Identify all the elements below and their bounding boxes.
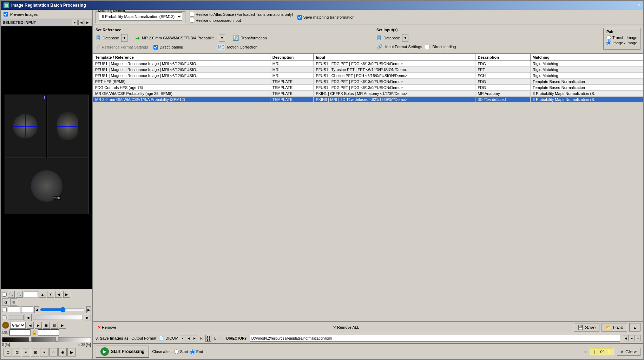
reslice-unprocessed-label[interactable]: Reslice unprocessed input [190, 18, 293, 22]
zoom-up-btn[interactable]: ▲ [39, 291, 46, 298]
direct-loading-label: Direct loading [159, 45, 183, 49]
zoom-out-btn[interactable]: 🔍 [16, 291, 23, 298]
max-input[interactable]: 1729.694 [38, 329, 59, 336]
table-row[interactable]: PFUS1 | Magnetic Resonance Image | MRI <… [93, 73, 643, 79]
save-matching-checkbox[interactable] [297, 15, 302, 20]
remove-all-button[interactable]: ✕ Remove ALL [331, 324, 361, 330]
dir-left-btn[interactable]: ◀ [623, 335, 629, 341]
gradient-thumb-left[interactable] [29, 337, 32, 342]
table-row[interactable]: MR GM/WM/CSF Probability (age 25, SPM8)T… [93, 91, 643, 97]
tool-7[interactable]: ⊕ [58, 348, 67, 356]
collapse-button[interactable]: ▲ [629, 323, 640, 332]
start-processing-button[interactable]: ▶ Start Processing [96, 345, 149, 358]
slice-right-btn[interactable]: ▶ [86, 306, 91, 313]
image-image-radio[interactable] [606, 40, 611, 45]
zoom-in-btn[interactable]: 🔍 [8, 291, 15, 298]
tool-4[interactable]: ⊞ [31, 348, 39, 356]
reslice-unprocessed-checkbox[interactable] [190, 18, 194, 22]
opacity-left[interactable]: ◀ [25, 314, 32, 321]
color-picker[interactable] [2, 322, 9, 329]
ch1-checkbox[interactable] [2, 307, 7, 312]
dir-path-input[interactable] [250, 335, 620, 342]
frame-btn[interactable]: ⊡ [51, 322, 58, 329]
save-button[interactable]: 💾 Save [574, 323, 599, 332]
ref-format-icon: 🔗 [96, 45, 100, 50]
ch2-checkbox[interactable] [2, 315, 7, 320]
status-icon: ● [584, 349, 587, 354]
dir-right-btn[interactable]: ▶ [629, 335, 635, 341]
tool-6[interactable]: ○ [49, 348, 58, 356]
start-radio[interactable] [174, 349, 179, 354]
slice1-input[interactable]: 128 [8, 307, 20, 313]
selected-input-right[interactable]: ▶ [85, 20, 90, 25]
template-dropdown[interactable]: ▼ [219, 34, 225, 42]
image-controls: 🔍 🔍 1.0 ▲ ▼ ◀ ▶ ◑ ⊞ 128 1 [1, 289, 92, 359]
info-icon[interactable]: ℹ [44, 96, 45, 99]
matching-method-select[interactable]: 6 Probability Maps Normalization (SPM12) [99, 12, 182, 21]
transf-image-radio-label[interactable]: Transf - Image [606, 35, 637, 40]
window-close-button[interactable]: × [638, 2, 640, 8]
direct-load-right-checkbox[interactable] [425, 45, 429, 49]
database-ref-dropdown[interactable]: ▼ [121, 34, 127, 42]
end-radio[interactable] [190, 349, 195, 354]
page-indicator: [ _ of _ ] [590, 348, 614, 355]
table-row[interactable]: PFUS1 | Magnetic Resonance Image | MRI <… [93, 61, 643, 67]
tool-8[interactable]: ▶ [67, 348, 76, 356]
table-row[interactable]: PET HFS (SPM5)TEMPLATEPFUS1 | FDG PET | … [93, 79, 643, 85]
lock-icon[interactable]: 🔒 [32, 330, 37, 335]
database-ref-label: Database [103, 36, 119, 40]
save-matching-label[interactable]: Save matching transformation [297, 15, 355, 20]
contrast-btn[interactable]: ◑ [2, 298, 9, 306]
r-label: R [200, 336, 203, 340]
color-right[interactable]: ▶ [59, 322, 66, 329]
dir-expand-btn[interactable]: ↔ [635, 335, 640, 341]
stop-btn[interactable]: ⏹ [43, 322, 50, 329]
color-select[interactable]: Gray [10, 322, 26, 329]
motion-correction-label: Motion Correction [227, 45, 257, 49]
format-right-btn[interactable]: ▶ [192, 335, 197, 341]
load-icon: 📂 [605, 325, 611, 330]
ref-header-col: Set Reference 🗄 Database ▼ ➜ MR 2.0 mm G… [94, 26, 375, 52]
tool-3[interactable]: ▾ [22, 348, 30, 356]
slice-slider[interactable] [40, 307, 85, 312]
table-row[interactable]: PFUS1 | Magnetic Resonance Image | MRI <… [93, 67, 643, 73]
database-input-dropdown[interactable]: ▼ [402, 34, 408, 42]
nav-left-btn[interactable]: ◀ [55, 291, 62, 298]
transf-image-radio[interactable] [606, 35, 611, 40]
min-input[interactable]: 0.0 [9, 329, 31, 336]
slice2-input[interactable]: 1 [21, 307, 33, 313]
color-left[interactable]: ◀ [27, 322, 34, 329]
reslice-atlas-checkbox[interactable] [190, 12, 194, 17]
table-row[interactable]: FDG Controls HFS (age 76)TEMPLATEPFUS1 |… [93, 85, 643, 91]
sync-checkbox[interactable] [2, 292, 7, 297]
opacity-right[interactable]: ▶ [84, 314, 91, 321]
selected-input-dropdown[interactable]: ▼ [72, 20, 78, 25]
end-radio-label[interactable]: End [190, 349, 203, 354]
zoom-down-btn[interactable]: ▼ [47, 291, 54, 298]
preview-checkbox[interactable] [4, 12, 8, 17]
nav-right-btn[interactable]: ▶ [63, 291, 70, 298]
format-up-btn[interactable]: ▲ [180, 335, 185, 341]
close-x-button[interactable]: ✕ Close [617, 348, 640, 356]
start-radio-label[interactable]: Start [174, 349, 188, 354]
load-button[interactable]: 📂 Load [602, 323, 627, 332]
reslice-atlas-label[interactable]: Reslice to Atlas Space (For loaded Trans… [190, 12, 293, 17]
start-icon: ▶ [100, 347, 109, 356]
zoom-input[interactable]: 1.0 [24, 291, 38, 297]
image-image-radio-label[interactable]: Image - Image [606, 40, 637, 45]
play-btn[interactable]: ▶ [35, 322, 42, 329]
pair-label: Pair [606, 30, 637, 34]
tool-1[interactable]: ⊡ [4, 348, 12, 356]
col-input: Input [314, 54, 475, 61]
gradient-thumb-right[interactable] [55, 337, 58, 342]
layout-btn[interactable]: ⊞ [10, 298, 17, 306]
remove-button[interactable]: ✕ Remove [96, 324, 118, 330]
direct-loading-checkbox[interactable] [153, 45, 158, 50]
slice-left-btn[interactable]: ◀ [34, 306, 39, 313]
table-row[interactable]: MR 2.0 mm GM/WM/CSF/T/B/A Probability (S… [93, 97, 643, 103]
format-left-btn[interactable]: ◀ [186, 335, 191, 341]
selected-input-left[interactable]: ◀ [78, 20, 84, 25]
tool-2[interactable]: ⊠ [13, 348, 21, 356]
main-content: Preview Images SELECTED INPUT ▼ ◀ ▶ [1, 10, 643, 359]
tool-5[interactable]: ▾ [40, 348, 48, 356]
